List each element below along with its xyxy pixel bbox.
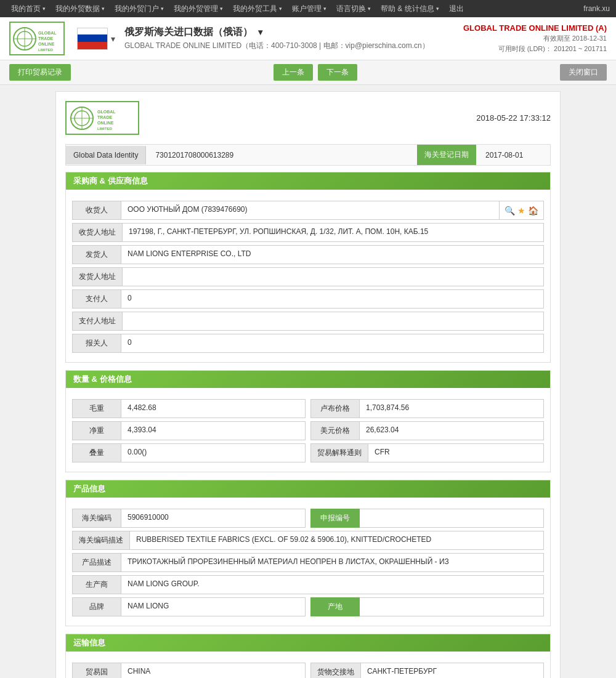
- company-name: GLOBAL TRADE ONLINE LIMITED (A): [463, 23, 607, 33]
- product-info-section: 产品信息 海关编码 5906910000 申报编号 海关编码描述 RUBBERI…: [65, 480, 551, 626]
- nav-language[interactable]: 语言切换 ▾: [331, 0, 376, 17]
- nav-portal-arrow: ▾: [161, 6, 164, 12]
- nav-logout[interactable]: 退出: [444, 0, 469, 17]
- hs-code-row-wrap: 海关编码 5906910000 申报编号: [72, 509, 544, 528]
- search-icon[interactable]: 🔍: [505, 206, 515, 216]
- quantity-value: 0.00(): [121, 443, 306, 462]
- prev-button-top[interactable]: 上一条: [274, 64, 313, 81]
- payer-value: 0: [121, 289, 544, 309]
- product-desc-row: 产品描述 ТРИКОТАЖНЫЙ ПРОРЕЗИНЕННЫЙ МАТЕРИАЛ …: [72, 553, 544, 572]
- svg-text:ONLINE: ONLINE: [97, 121, 114, 125]
- nav-manage-label: 我的外贸管理: [174, 4, 218, 14]
- quantity-price-body: 毛重 4,482.68 净重 4,393.04 叠量 0.00() 卢布价格: [66, 393, 550, 472]
- nav-manage[interactable]: 我的外贸管理 ▾: [169, 0, 228, 17]
- quantity-price-section: 数量 & 价格信息 毛重 4,482.68 净重 4,393.04 叠量 0.0…: [65, 370, 551, 472]
- delivery-place-value: САНКТ-ПЕТЕРБУРГ: [361, 663, 544, 678]
- flag-dropdown-arrow[interactable]: ▾: [111, 34, 115, 44]
- nav-home-arrow: ▾: [43, 6, 46, 12]
- home-icon[interactable]: 🏠: [528, 206, 538, 216]
- identity-value: 7301201708000613289: [146, 146, 417, 164]
- broker-value: 0: [121, 334, 544, 353]
- valid-until: 有效期至 2018-12-31: [463, 34, 607, 43]
- customs-date-label: 海关登记日期: [417, 145, 476, 165]
- shipper-address-value: [123, 267, 544, 286]
- nav-portal[interactable]: 我的外贸门户 ▾: [110, 0, 169, 17]
- nav-help[interactable]: 帮助 & 统计信息 ▾: [376, 0, 444, 17]
- identity-bar: Global Data Identity 7301201708000613289…: [65, 144, 551, 166]
- nav-data-label: 我的外贸数据: [55, 4, 100, 14]
- nav-language-label: 语言切换: [336, 4, 366, 14]
- manufacturer-row: 生产商 NAM LIONG GROUP.: [72, 575, 544, 594]
- action-bar-top: 打印贸易记录 上一条 下一条 关闭窗口: [0, 60, 616, 85]
- transport-left-col: 贸易国 CHINA 启运国 CHINA 原产国 TAIWAN, PROV.OF …: [72, 663, 306, 678]
- close-button-top[interactable]: 关闭窗口: [560, 64, 607, 81]
- hs-description-row: 海关编码描述 RUBBERISED TEXTILE FABRICS (EXCL.…: [72, 531, 544, 550]
- main-content: GLOBAL TRADE ONLINE LIMITED 2018-05-22 1…: [55, 91, 561, 678]
- payer-address-value: [123, 312, 544, 331]
- usd-price-row: 美元价格 26,623.04: [310, 421, 544, 440]
- quantity-row: 叠量 0.00(): [72, 443, 306, 462]
- print-button-top[interactable]: 打印贸易记录: [9, 64, 71, 81]
- trade-country-row: 贸易国 CHINA: [72, 663, 306, 678]
- brand-label: 品牌: [72, 597, 121, 616]
- star-icon[interactable]: ★: [517, 206, 525, 216]
- nav-home[interactable]: 我的首页 ▾: [6, 0, 51, 17]
- transport-info-section: 运输信息 贸易国 CHINA 启运国 CHINA 原产国 TAIWAN, PRO…: [65, 634, 551, 678]
- flag-area[interactable]: ▾: [77, 28, 115, 50]
- nav-data[interactable]: 我的外贸数据 ▾: [51, 0, 110, 17]
- svg-text:GLOBAL: GLOBAL: [38, 31, 57, 35]
- transport-info-header: 运输信息: [66, 634, 550, 652]
- nav-portal-label: 我的外贸门户: [115, 4, 159, 14]
- user-label: frank.xu: [583, 4, 610, 13]
- payer-address-row: 支付人地址: [72, 312, 544, 331]
- trade-terms-row: 贸易解释通则 CFR: [310, 443, 544, 462]
- page-title-area: 俄罗斯海关进口数据（俄语） ▾ GLOBAL TRADE ONLINE LIMI…: [124, 26, 463, 51]
- svg-text:TRADE: TRADE: [97, 115, 112, 119]
- quantity-left-col: 毛重 4,482.68 净重 4,393.04 叠量 0.00(): [72, 399, 306, 466]
- nav-language-arrow: ▾: [368, 6, 371, 12]
- broker-row: 报关人 0: [72, 334, 544, 353]
- page-subtitle: GLOBAL TRADE ONLINE LIMITED（电话：400-710-3…: [124, 41, 463, 51]
- net-weight-row: 净重 4,393.04: [72, 421, 306, 440]
- declaration-num-value: [360, 509, 544, 528]
- nav-account-arrow: ▾: [323, 6, 326, 12]
- trade-country-value: CHINA: [121, 663, 306, 678]
- nav-tools-label: 我的外贸工具: [233, 4, 277, 14]
- svg-text:LIMITED: LIMITED: [97, 127, 113, 131]
- hs-description-value: RUBBERISED TEXTILE FABRICS (EXCL. OF 59.…: [130, 531, 544, 550]
- nav-help-label: 帮助 & 统计信息: [381, 4, 434, 14]
- nav-data-arrow: ▾: [102, 6, 105, 12]
- product-info-header: 产品信息: [66, 480, 550, 498]
- quantity-label: 叠量: [72, 443, 121, 462]
- consignee-label: 收货人: [72, 201, 121, 220]
- transport-info-title: 运输信息: [73, 637, 105, 648]
- company-logo: GLOBAL TRADE ONLINE LIMITED: [9, 22, 65, 55]
- net-weight-label: 净重: [72, 421, 121, 440]
- nav-tools[interactable]: 我的外贸工具 ▾: [228, 0, 287, 17]
- nav-account[interactable]: 账户管理 ▾: [287, 0, 331, 17]
- delivery-place-row: 货物交接地 САНКТ-ПЕТЕРБУРГ: [310, 663, 544, 678]
- hs-code-label: 海关编码: [72, 509, 121, 528]
- shipper-label: 发货人: [72, 245, 121, 264]
- next-button-top[interactable]: 下一条: [318, 64, 357, 81]
- nav-manage-arrow: ▾: [220, 6, 223, 12]
- product-info-title: 产品信息: [73, 483, 105, 494]
- page-title-dropdown[interactable]: ▾: [258, 27, 262, 37]
- transport-right-col: 货物交接地 САНКТ-ПЕТЕРБУРГ 启运国（英语） CHINA 原产国（…: [310, 663, 544, 678]
- nav-home-label: 我的首页: [11, 4, 41, 14]
- gross-weight-value: 4,482.68: [121, 399, 306, 418]
- buyer-supplier-body: 收货人 ООО УЮТНЫЙ ДОМ (7839476690) 🔍 ★ 🏠 收货…: [66, 195, 550, 362]
- quantity-price-title: 数量 & 价格信息: [73, 374, 132, 385]
- consignee-value: ООО УЮТНЫЙ ДОМ (7839476690): [121, 201, 500, 220]
- quantity-price-header: 数量 & 价格信息: [66, 371, 550, 388]
- origin-label: 产地: [310, 597, 360, 616]
- consignee-row: 收货人 ООО УЮТНЫЙ ДОМ (7839476690) 🔍 ★ 🏠: [72, 201, 544, 220]
- consignee-address-value: 197198, Г., САНКТ-ПЕТЕРБУРГ, УЛ. РОПШИНС…: [123, 223, 544, 242]
- buyer-supplier-section: 采购商 & 供应商信息 收货人 ООО УЮТНЫЙ ДОМ (78394766…: [65, 172, 551, 363]
- russian-flag: [77, 28, 108, 50]
- declaration-num-label: 申报编号: [310, 509, 360, 528]
- user-name: frank.xu: [583, 4, 610, 13]
- hs-code-field: 海关编码 5906910000: [72, 509, 306, 528]
- trade-terms-value: CFR: [368, 443, 544, 462]
- transport-grid: 贸易国 CHINA 启运国 CHINA 原产国 TAIWAN, PROV.OF …: [72, 663, 544, 678]
